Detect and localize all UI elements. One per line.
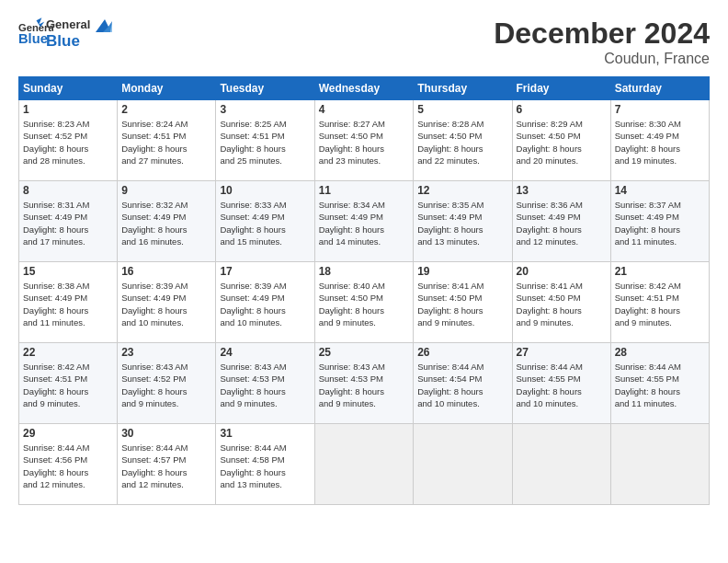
day-info: Sunrise: 8:41 AM Sunset: 4:50 PM Dayligh… [417,280,507,328]
day-number: 3 [220,103,310,116]
day-number: 4 [319,103,410,116]
day-number: 27 [517,346,607,359]
day-info: Sunrise: 8:38 AM Sunset: 4:49 PM Dayligh… [23,280,113,328]
calendar-week-row: 22Sunrise: 8:42 AM Sunset: 4:51 PM Dayli… [19,343,710,424]
day-number: 19 [417,265,507,278]
day-number: 15 [23,265,113,278]
header: General Blue General Blue December 2024 … [18,17,710,67]
day-number: 9 [121,184,211,197]
table-row: 8Sunrise: 8:31 AM Sunset: 4:49 PM Daylig… [19,181,118,262]
day-info: Sunrise: 8:44 AM Sunset: 4:56 PM Dayligh… [23,442,113,490]
day-number: 31 [220,427,310,440]
day-number: 6 [517,103,607,116]
day-info: Sunrise: 8:43 AM Sunset: 4:52 PM Dayligh… [121,361,211,409]
table-row [610,424,709,505]
table-row: 5Sunrise: 8:28 AM Sunset: 4:50 PM Daylig… [414,100,512,181]
table-row: 27Sunrise: 8:44 AM Sunset: 4:55 PM Dayli… [512,343,610,424]
day-number: 1 [23,103,113,116]
day-number: 21 [615,265,705,278]
day-number: 28 [615,346,705,359]
day-number: 30 [121,427,211,440]
day-number: 24 [220,346,310,359]
day-number: 22 [23,346,113,359]
day-number: 25 [319,346,410,359]
day-info: Sunrise: 8:27 AM Sunset: 4:50 PM Dayligh… [319,118,410,167]
day-info: Sunrise: 8:41 AM Sunset: 4:50 PM Dayligh… [517,280,607,328]
table-row [512,424,610,505]
day-info: Sunrise: 8:24 AM Sunset: 4:51 PM Dayligh… [121,118,211,167]
calendar-week-row: 8Sunrise: 8:31 AM Sunset: 4:49 PM Daylig… [19,181,710,262]
day-info: Sunrise: 8:44 AM Sunset: 4:55 PM Dayligh… [517,361,607,409]
page-title: December 2024 [494,17,710,51]
table-row: 7Sunrise: 8:30 AM Sunset: 4:49 PM Daylig… [610,100,709,181]
day-info: Sunrise: 8:34 AM Sunset: 4:49 PM Dayligh… [319,199,410,247]
table-row: 23Sunrise: 8:43 AM Sunset: 4:52 PM Dayli… [118,343,216,424]
day-info: Sunrise: 8:42 AM Sunset: 4:51 PM Dayligh… [615,280,705,328]
table-row: 11Sunrise: 8:34 AM Sunset: 4:49 PM Dayli… [314,181,414,262]
day-info: Sunrise: 8:44 AM Sunset: 4:58 PM Dayligh… [220,442,310,490]
calendar-body: 1Sunrise: 8:23 AM Sunset: 4:52 PM Daylig… [19,100,710,505]
table-row: 22Sunrise: 8:42 AM Sunset: 4:51 PM Dayli… [19,343,118,424]
table-row: 24Sunrise: 8:43 AM Sunset: 4:53 PM Dayli… [216,343,314,424]
day-number: 12 [417,184,507,197]
calendar-header-row: Sunday Monday Tuesday Wednesday Thursday… [19,77,710,100]
logo-general: General [46,17,112,32]
title-area: December 2024 Coudun, France [494,17,710,67]
table-row: 4Sunrise: 8:27 AM Sunset: 4:50 PM Daylig… [314,100,414,181]
day-number: 23 [121,346,211,359]
table-row: 26Sunrise: 8:44 AM Sunset: 4:54 PM Dayli… [414,343,512,424]
day-number: 16 [121,265,211,278]
day-info: Sunrise: 8:43 AM Sunset: 4:53 PM Dayligh… [220,361,310,409]
table-row: 17Sunrise: 8:39 AM Sunset: 4:49 PM Dayli… [216,262,314,343]
col-thursday: Thursday [414,77,512,100]
table-row: 29Sunrise: 8:44 AM Sunset: 4:56 PM Dayli… [19,424,118,505]
day-info: Sunrise: 8:35 AM Sunset: 4:49 PM Dayligh… [417,199,507,247]
day-info: Sunrise: 8:44 AM Sunset: 4:54 PM Dayligh… [417,361,507,409]
table-row: 6Sunrise: 8:29 AM Sunset: 4:50 PM Daylig… [512,100,610,181]
table-row: 9Sunrise: 8:32 AM Sunset: 4:49 PM Daylig… [118,181,216,262]
day-number: 17 [220,265,310,278]
page-subtitle: Coudun, France [494,51,710,67]
table-row: 28Sunrise: 8:44 AM Sunset: 4:55 PM Dayli… [610,343,709,424]
calendar-week-row: 15Sunrise: 8:38 AM Sunset: 4:49 PM Dayli… [19,262,710,343]
col-saturday: Saturday [610,77,709,100]
day-info: Sunrise: 8:30 AM Sunset: 4:49 PM Dayligh… [615,118,705,167]
table-row: 2Sunrise: 8:24 AM Sunset: 4:51 PM Daylig… [118,100,216,181]
day-info: Sunrise: 8:33 AM Sunset: 4:49 PM Dayligh… [220,199,310,247]
table-row: 20Sunrise: 8:41 AM Sunset: 4:50 PM Dayli… [512,262,610,343]
day-info: Sunrise: 8:23 AM Sunset: 4:52 PM Dayligh… [23,118,113,167]
day-number: 5 [417,103,507,116]
day-number: 26 [417,346,507,359]
day-info: Sunrise: 8:36 AM Sunset: 4:49 PM Dayligh… [517,199,607,247]
bird-icon [96,19,112,32]
logo: General Blue General Blue [18,17,112,52]
day-info: Sunrise: 8:25 AM Sunset: 4:51 PM Dayligh… [220,118,310,167]
table-row: 12Sunrise: 8:35 AM Sunset: 4:49 PM Dayli… [414,181,512,262]
day-info: Sunrise: 8:43 AM Sunset: 4:53 PM Dayligh… [319,361,410,409]
day-number: 11 [319,184,410,197]
svg-text:Blue: Blue [18,31,48,46]
day-number: 29 [23,427,113,440]
day-info: Sunrise: 8:29 AM Sunset: 4:50 PM Dayligh… [517,118,607,167]
day-number: 18 [319,265,410,278]
page: General Blue General Blue December 2024 … [0,0,728,563]
logo-blue: Blue [46,32,112,51]
day-info: Sunrise: 8:42 AM Sunset: 4:51 PM Dayligh… [23,361,113,409]
table-row: 25Sunrise: 8:43 AM Sunset: 4:53 PM Dayli… [314,343,414,424]
day-number: 13 [517,184,607,197]
table-row: 21Sunrise: 8:42 AM Sunset: 4:51 PM Dayli… [610,262,709,343]
table-row [414,424,512,505]
day-info: Sunrise: 8:40 AM Sunset: 4:50 PM Dayligh… [319,280,410,328]
table-row: 3Sunrise: 8:25 AM Sunset: 4:51 PM Daylig… [216,100,314,181]
table-row: 14Sunrise: 8:37 AM Sunset: 4:49 PM Dayli… [610,181,709,262]
day-info: Sunrise: 8:37 AM Sunset: 4:49 PM Dayligh… [615,199,705,247]
col-sunday: Sunday [19,77,118,100]
day-number: 8 [23,184,113,197]
table-row [314,424,414,505]
day-number: 2 [121,103,211,116]
col-friday: Friday [512,77,610,100]
table-row: 1Sunrise: 8:23 AM Sunset: 4:52 PM Daylig… [19,100,118,181]
table-row: 16Sunrise: 8:39 AM Sunset: 4:49 PM Dayli… [118,262,216,343]
col-monday: Monday [118,77,216,100]
day-info: Sunrise: 8:44 AM Sunset: 4:57 PM Dayligh… [121,442,211,490]
